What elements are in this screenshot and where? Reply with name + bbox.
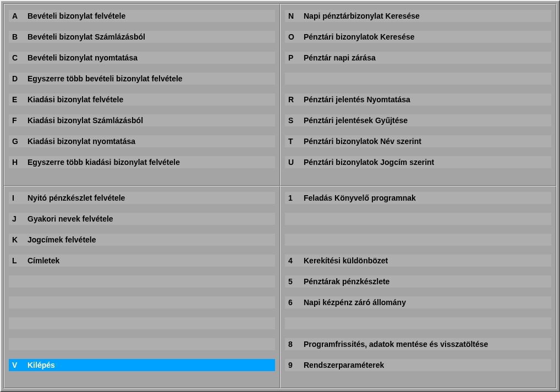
hotkey: P	[285, 52, 303, 64]
menu-item[interactable]: TPénztári bizonylatok Név szerint	[285, 135, 551, 147]
menu-item-blank	[9, 338, 275, 350]
menu-item[interactable]: 4Kerekítési küldönbözet	[285, 255, 551, 267]
menu-label: Kiadási bizonylat nyomtatása	[26, 135, 135, 147]
hotkey: E	[9, 93, 26, 106]
menu-item[interactable]: DEgyszerre több bevételi bizonylat felvé…	[9, 73, 275, 85]
hotkey: D	[9, 73, 26, 85]
menu-label: Bevételi bizonylat nyomtatása	[26, 52, 138, 64]
menu-item[interactable]: KJogcímek felvétele	[9, 234, 275, 246]
menu-item[interactable]: HEgyszerre több kiadási bizonylat felvét…	[9, 156, 275, 168]
hotkey: 5	[285, 275, 303, 288]
menu-grid: ABevételi bizonylat felvétele BBevételi …	[3, 3, 557, 389]
menu-label: Pénztári jelentés Nyomtatása	[303, 93, 410, 106]
panel-bottom-right: 1Feladás Könyvelő programnak 4Kerekítési…	[280, 186, 556, 389]
hotkey: U	[285, 156, 303, 168]
hotkey: 4	[285, 255, 303, 267]
hotkey: 1	[285, 192, 303, 204]
hotkey: V	[9, 359, 26, 371]
menu-item[interactable]: INyitó pénzkészlet felvétele	[9, 192, 275, 204]
hotkey: T	[285, 135, 303, 147]
menu-item[interactable]: NNapi pénztárbizonylat Keresése	[285, 10, 551, 22]
menu-item-exit[interactable]: VKilépés	[9, 359, 275, 371]
menu-item-blank	[285, 213, 551, 225]
menu-item-blank	[285, 317, 551, 329]
menu-item[interactable]: UPénztári bizonylatok Jogcím szerint	[285, 156, 551, 168]
menu-item[interactable]: OPénztári bizonylatok Keresése	[285, 31, 551, 43]
menu-label: Kerekítési küldönbözet	[303, 255, 388, 267]
menu-item[interactable]: RPénztári jelentés Nyomtatása	[285, 93, 551, 106]
hotkey: N	[285, 10, 303, 22]
hotkey: G	[9, 135, 26, 147]
menu-item[interactable]: CBevételi bizonylat nyomtatása	[9, 52, 275, 64]
menu-item[interactable]: SPénztári jelentések Gyűjtése	[285, 114, 551, 126]
hotkey: 9	[285, 359, 303, 371]
hotkey: B	[9, 31, 26, 43]
hotkey: O	[285, 31, 303, 43]
menu-label: Pénztár napi zárása	[303, 52, 376, 64]
menu-item[interactable]: 5Pénztárak pénzkészlete	[285, 275, 551, 288]
hotkey: J	[9, 213, 26, 225]
menu-item[interactable]: 8Programfrissités, adatok mentése és vis…	[285, 338, 551, 350]
menu-item-blank	[9, 275, 275, 288]
menu-label: Bevételi bizonylat felvétele	[26, 10, 125, 22]
menu-label: Programfrissités, adatok mentése és viss…	[303, 338, 488, 350]
menu-label: Jogcímek felvétele	[26, 234, 96, 246]
menu-label: Kiadási bizonylat felvétele	[26, 93, 123, 106]
hotkey: 6	[285, 296, 303, 308]
menu-label: Címletek	[26, 255, 59, 267]
menu-item[interactable]: BBevételi bizonylat Számlázásból	[9, 31, 275, 43]
menu-label: Pénztári bizonylatok Jogcím szerint	[303, 156, 434, 168]
menu-item[interactable]: FKiadási bizonylat Számlázásból	[9, 114, 275, 126]
menu-label: Egyszerre több bevételi bizonylat felvét…	[26, 73, 183, 85]
panel-top-right: NNapi pénztárbizonylat Keresése OPénztár…	[280, 4, 556, 186]
menu-item[interactable]: 1Feladás Könyvelő programnak	[285, 192, 551, 204]
hotkey: R	[285, 93, 303, 106]
panel-top-left: ABevételi bizonylat felvétele BBevételi …	[4, 4, 280, 186]
menu-item[interactable]: ABevételi bizonylat felvétele	[9, 10, 275, 22]
panel-bottom-left: INyitó pénzkészlet felvétele JGyakori ne…	[4, 186, 280, 389]
menu-label: Napi kézpénz záró állomány	[303, 296, 406, 308]
hotkey: A	[9, 10, 26, 22]
menu-label: Egyszerre több kiadási bizonylat felvéte…	[26, 156, 180, 168]
menu-label: Kiadási bizonylat Számlázásból	[26, 114, 143, 126]
menu-label: Pénztári bizonylatok Név szerint	[303, 135, 421, 147]
hotkey: 8	[285, 338, 303, 350]
hotkey: C	[9, 52, 26, 64]
hotkey: H	[9, 156, 26, 168]
menu-item[interactable]: JGyakori nevek felvétele	[9, 213, 275, 225]
menu-item[interactable]: 9Rendszerparaméterek	[285, 359, 551, 371]
main-window: ABevételi bizonylat felvétele BBevételi …	[0, 0, 560, 392]
menu-item[interactable]: GKiadási bizonylat nyomtatása	[9, 135, 275, 147]
menu-label: Nyitó pénzkészlet felvétele	[26, 192, 125, 204]
menu-label: Kilépés	[26, 359, 55, 371]
hotkey: F	[9, 114, 26, 126]
menu-label: Pénztárak pénzkészlete	[303, 275, 389, 288]
hotkey: L	[9, 255, 26, 267]
hotkey: K	[9, 234, 26, 246]
menu-item[interactable]: LCímletek	[9, 255, 275, 267]
hotkey: I	[9, 192, 26, 204]
menu-label: Gyakori nevek felvétele	[26, 213, 113, 225]
menu-label: Pénztári jelentések Gyűjtése	[303, 114, 408, 126]
menu-label: Pénztári bizonylatok Keresése	[303, 31, 415, 43]
menu-item-blank	[285, 234, 551, 246]
menu-label: Feladás Könyvelő programnak	[303, 192, 416, 204]
hotkey: S	[285, 114, 303, 126]
menu-item-blank	[9, 296, 275, 308]
menu-item[interactable]: PPénztár napi zárása	[285, 52, 551, 64]
menu-label: Rendszerparaméterek	[303, 359, 384, 371]
menu-label: Bevételi bizonylat Számlázásból	[26, 31, 145, 43]
menu-item[interactable]: 6Napi kézpénz záró állomány	[285, 296, 551, 308]
menu-item-blank	[285, 73, 551, 85]
menu-item-blank	[9, 317, 275, 329]
menu-label: Napi pénztárbizonylat Keresése	[303, 10, 420, 22]
menu-item[interactable]: EKiadási bizonylat felvétele	[9, 93, 275, 106]
